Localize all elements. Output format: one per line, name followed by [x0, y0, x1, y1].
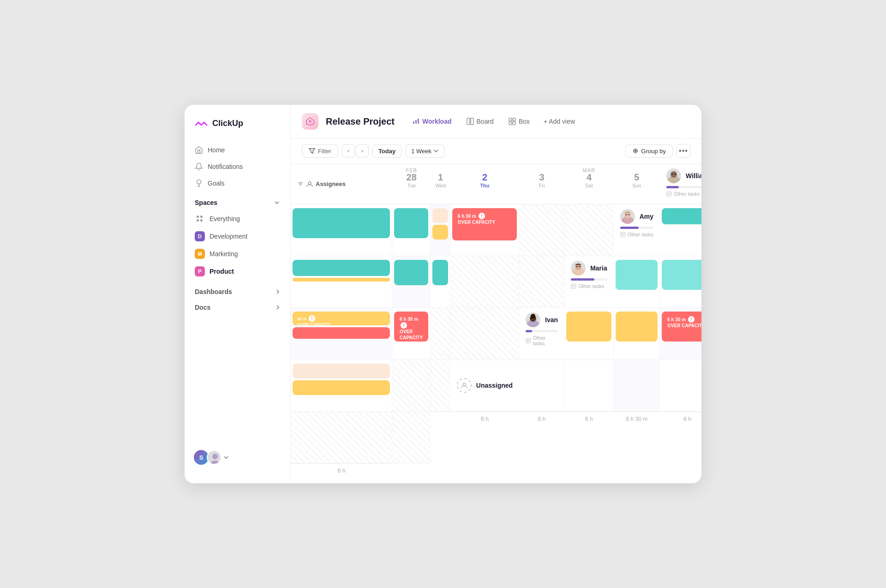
- sidebar: ClickUp Home Notifications: [185, 105, 291, 483]
- next-arrow[interactable]: ›: [356, 144, 369, 157]
- unassigned-name: Unassigned: [476, 382, 513, 389]
- chevron-down-icon: [433, 148, 439, 154]
- maria-col1: [660, 256, 701, 308]
- group-by-button[interactable]: Group by: [625, 144, 673, 158]
- task-block[interactable]: [293, 327, 390, 339]
- svg-rect-9: [513, 122, 515, 125]
- task-block-over-capacity[interactable]: 6 h 30 m !OVER CAPACITY: [452, 208, 517, 240]
- task-block[interactable]: [432, 208, 448, 223]
- task-block[interactable]: [616, 260, 658, 290]
- footer-col2: 6 h: [564, 412, 614, 463]
- task-block[interactable]: [293, 364, 390, 378]
- footer-col3: 6 h 30 m: [614, 412, 660, 463]
- amy-col1: [291, 256, 392, 308]
- task-block[interactable]: [432, 260, 448, 285]
- sidebar-item-everything[interactable]: Everything: [185, 210, 290, 228]
- sidebar-item-docs[interactable]: Docs: [185, 300, 290, 315]
- william-col1: [392, 204, 431, 256]
- svg-point-15: [672, 174, 673, 175]
- tab-box[interactable]: Box: [502, 115, 536, 128]
- maria-bar-wrap: [571, 278, 607, 281]
- ivan-col2: 6 h 30 m !OVER CAPACITY: [660, 308, 701, 360]
- sidebar-item-home[interactable]: Home: [189, 142, 286, 158]
- svg-point-19: [624, 212, 631, 218]
- amy-name: Amy: [640, 213, 653, 220]
- william-col4: [519, 204, 564, 256]
- sidebar-item-development[interactable]: D Development: [185, 228, 290, 245]
- add-view-button[interactable]: + Add view: [538, 115, 581, 128]
- sidebar-section2: Dashboards Docs: [185, 284, 290, 315]
- task-block[interactable]: [566, 312, 611, 342]
- week-button[interactable]: 1 Week: [405, 144, 445, 158]
- assignee-cell-william: William Other tasks: [660, 164, 701, 204]
- ivan-other-tasks: Other tasks: [526, 335, 558, 346]
- task-block[interactable]: [432, 225, 448, 240]
- tab-workload[interactable]: Workload: [406, 115, 458, 128]
- task-block-over-capacity[interactable]: 30 m !OVER CAPACITY: [293, 312, 390, 325]
- sidebar-item-product[interactable]: P Product: [185, 263, 290, 280]
- sidebar-item-goals[interactable]: Goals: [189, 175, 286, 192]
- svg-rect-7: [513, 118, 515, 121]
- svg-point-14: [670, 171, 677, 178]
- footer-col1: 6 h: [519, 412, 564, 463]
- maria-col2: 30 m !OVER CAPACITY: [291, 308, 392, 360]
- task-block[interactable]: [394, 208, 428, 238]
- maria-bar: [571, 278, 594, 281]
- workload-container: Assignees Feb 28 Tue 1 Wed 2 Thu: [291, 164, 701, 483]
- sidebar-item-dashboards[interactable]: Dashboards: [185, 284, 290, 300]
- svg-point-26: [579, 266, 581, 267]
- toolbar: Filter ‹ › Today 1 Week: [291, 138, 701, 164]
- svg-rect-6: [509, 118, 512, 121]
- avatar-maria: [571, 261, 586, 276]
- workload-icon: [412, 118, 419, 125]
- task-block[interactable]: [616, 312, 658, 342]
- svg-point-32: [531, 314, 535, 318]
- main-content: Release Project Workload Board: [291, 105, 701, 483]
- task-block[interactable]: [293, 208, 390, 238]
- more-options-button[interactable]: •••: [676, 144, 690, 158]
- task-block[interactable]: [293, 380, 390, 395]
- tab-board[interactable]: Board: [460, 115, 500, 128]
- product-badge: P: [195, 266, 205, 276]
- maria-col4: [431, 308, 450, 360]
- group-by-icon: [632, 148, 639, 154]
- marketing-badge: M: [195, 249, 205, 259]
- unassigned-col4: [291, 412, 392, 463]
- william-col5: [564, 204, 614, 256]
- avatar-william: [666, 168, 681, 183]
- maria-col3: 6 h 30 m !OVER CAPACITY: [392, 308, 431, 360]
- toolbar-right: Group by •••: [625, 144, 690, 158]
- amy-col0: [660, 204, 701, 256]
- svg-rect-8: [509, 122, 512, 125]
- sidebar-nav: Home Notifications Goals: [185, 142, 290, 192]
- task-block-over-capacity[interactable]: 6 h 30 m !OVER CAPACITY: [394, 312, 428, 342]
- svg-point-20: [625, 214, 627, 216]
- unassigned-icon: [457, 378, 472, 393]
- ivan-bar: [526, 330, 532, 332]
- spaces-section-title[interactable]: Spaces: [185, 192, 290, 210]
- today-button[interactable]: Today: [372, 144, 401, 158]
- svg-point-16: [675, 174, 676, 175]
- assignees-header: Assignees: [291, 164, 392, 204]
- prev-arrow[interactable]: ‹: [342, 144, 355, 157]
- filter-button[interactable]: Filter: [302, 144, 338, 158]
- sidebar-goals-label: Goals: [208, 180, 225, 187]
- task-block[interactable]: [662, 208, 701, 224]
- task-block[interactable]: [293, 260, 390, 276]
- task-block[interactable]: [394, 260, 428, 285]
- col-header-sun: 5 Sun: [614, 164, 660, 204]
- sidebar-item-notifications[interactable]: Notifications: [189, 158, 286, 175]
- amy-bar: [620, 227, 639, 229]
- maria-col0: [614, 256, 660, 308]
- task-block[interactable]: [662, 260, 701, 290]
- col-header-fri: 3 Fri: [519, 164, 564, 204]
- ivan-col1: [614, 308, 660, 360]
- chevron-down-icon: [223, 455, 229, 460]
- svg-point-3: [309, 120, 311, 123]
- task-block-over-capacity[interactable]: 6 h 30 m !OVER CAPACITY: [662, 312, 701, 342]
- sidebar-item-marketing[interactable]: M Marketing: [185, 245, 290, 263]
- task-block[interactable]: [293, 278, 390, 282]
- footer-col5: 6 h: [291, 463, 392, 483]
- footer-col0: 6 h: [450, 412, 519, 463]
- svg-point-11: [635, 150, 636, 152]
